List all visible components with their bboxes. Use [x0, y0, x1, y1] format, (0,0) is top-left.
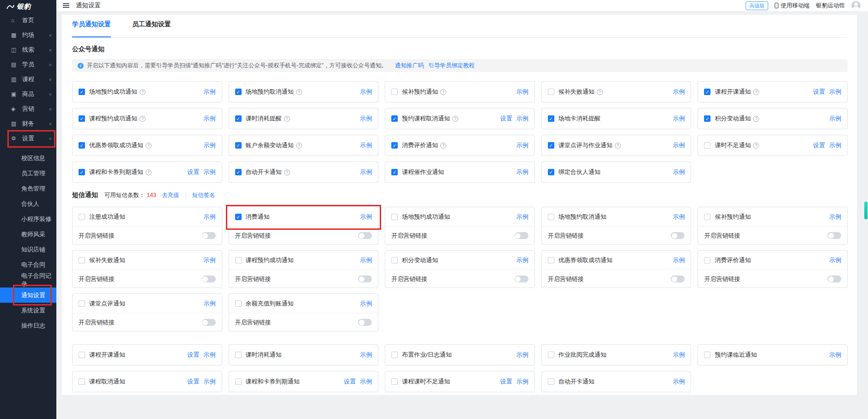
- marketing-link-toggle[interactable]: [827, 275, 841, 282]
- example-link[interactable]: 示例: [360, 88, 372, 96]
- help-icon[interactable]: ?: [284, 169, 290, 175]
- help-icon[interactable]: ?: [140, 116, 146, 122]
- checkbox[interactable]: ✓: [235, 169, 242, 175]
- checkbox[interactable]: [548, 214, 554, 220]
- help-icon[interactable]: ?: [615, 143, 621, 149]
- setting-link[interactable]: 设置: [500, 114, 512, 123]
- sidebar-item-marketing[interactable]: ◈营销∨: [0, 102, 56, 116]
- example-link[interactable]: 示例: [516, 213, 528, 221]
- example-link[interactable]: 示例: [360, 213, 372, 221]
- example-link[interactable]: 示例: [829, 88, 841, 96]
- checkbox[interactable]: ✓: [391, 169, 398, 175]
- example-link[interactable]: 示例: [360, 114, 372, 123]
- checkbox[interactable]: ✓: [548, 142, 554, 149]
- checkbox[interactable]: [391, 89, 398, 95]
- marketing-link-toggle[interactable]: [358, 319, 372, 326]
- example-link[interactable]: 示例: [673, 88, 685, 96]
- example-link[interactable]: 示例: [673, 377, 685, 386]
- marketing-link-toggle[interactable]: [671, 232, 685, 239]
- checkbox[interactable]: [79, 257, 85, 263]
- sidebar-subitem-knowledge-store[interactable]: 知识店铺: [0, 242, 56, 257]
- checkbox[interactable]: ✓: [235, 142, 242, 149]
- checkbox[interactable]: [235, 378, 242, 385]
- account-name[interactable]: 银豹运动馆: [816, 2, 845, 10]
- collapse-sidebar-icon[interactable]: [63, 5, 69, 6]
- checkbox[interactable]: [79, 300, 85, 307]
- help-icon[interactable]: ?: [753, 89, 759, 95]
- help-icon[interactable]: ?: [753, 143, 759, 149]
- example-link[interactable]: 示例: [204, 351, 216, 359]
- checkbox[interactable]: [391, 378, 398, 385]
- checkbox[interactable]: [391, 352, 398, 358]
- help-icon[interactable]: ?: [440, 143, 446, 149]
- setting-link[interactable]: 设置: [344, 377, 356, 386]
- sidebar-item-venue-booking[interactable]: ▦约场∨: [0, 28, 56, 42]
- example-link[interactable]: 示例: [673, 213, 685, 221]
- checkbox[interactable]: ✓: [704, 89, 710, 95]
- help-icon[interactable]: ?: [140, 89, 146, 95]
- help-icon[interactable]: ?: [146, 169, 152, 175]
- example-link[interactable]: 示例: [204, 88, 216, 96]
- marketing-link-toggle[interactable]: [358, 275, 372, 282]
- example-link[interactable]: 示例: [829, 114, 841, 123]
- help-icon[interactable]: ?: [296, 89, 302, 95]
- example-link[interactable]: 示例: [673, 141, 685, 150]
- avatar[interactable]: [851, 1, 861, 10]
- help-icon[interactable]: ?: [296, 143, 302, 149]
- sidebar-subitem-operation-logs[interactable]: 操作日志: [0, 318, 56, 333]
- example-link[interactable]: 示例: [360, 141, 372, 150]
- example-link[interactable]: 示例: [204, 114, 216, 123]
- version-badge[interactable]: 高级版: [746, 1, 768, 10]
- promo-code-link[interactable]: 通知推广码: [395, 62, 424, 70]
- marketing-link-toggle[interactable]: [202, 319, 216, 326]
- example-link[interactable]: 示例: [516, 256, 528, 264]
- checkbox[interactable]: ✓: [704, 115, 710, 122]
- sidebar-subitem-notification-settings[interactable]: 通知设置: [0, 287, 56, 303]
- example-link[interactable]: 示例: [360, 351, 372, 359]
- checkbox[interactable]: ✓: [235, 115, 242, 122]
- example-link[interactable]: 示例: [516, 351, 528, 359]
- checkbox[interactable]: [235, 257, 242, 263]
- setting-link[interactable]: 设置: [188, 377, 200, 386]
- example-link[interactable]: 示例: [360, 299, 372, 308]
- example-link[interactable]: 示例: [204, 141, 216, 150]
- sidebar-subitem-e-contract-records[interactable]: 电子合同记录: [0, 272, 56, 287]
- marketing-link-toggle[interactable]: [202, 275, 216, 282]
- checkbox[interactable]: [391, 214, 398, 220]
- example-link[interactable]: 示例: [516, 114, 528, 123]
- scrollbar-thumb[interactable]: [864, 202, 868, 219]
- example-link[interactable]: 示例: [204, 256, 216, 264]
- help-icon[interactable]: ?: [753, 116, 759, 122]
- sidebar-subitem-staff-management[interactable]: 员工管理: [0, 166, 56, 181]
- example-link[interactable]: 示例: [829, 141, 841, 150]
- checkbox[interactable]: [548, 378, 554, 385]
- example-link[interactable]: 示例: [829, 213, 841, 221]
- example-link[interactable]: 示例: [516, 377, 528, 386]
- example-link[interactable]: 示例: [673, 114, 685, 123]
- checkbox[interactable]: [704, 352, 710, 358]
- checkbox[interactable]: ✓: [79, 89, 85, 95]
- example-link[interactable]: 示例: [516, 168, 528, 176]
- example-link[interactable]: 示例: [204, 168, 216, 176]
- use-mobile-link[interactable]: 使用移动端: [775, 2, 810, 10]
- checkbox[interactable]: ✓: [235, 89, 242, 95]
- setting-link[interactable]: 设置: [813, 141, 825, 150]
- sidebar-subitem-miniprogram-design[interactable]: 小程序装修: [0, 211, 56, 227]
- tab-student-notifications[interactable]: 学员通知设置: [72, 20, 111, 37]
- checkbox[interactable]: [704, 142, 710, 149]
- sidebar-item-goods[interactable]: ▣商品∨: [0, 87, 56, 102]
- checkbox[interactable]: ✓: [79, 169, 85, 175]
- example-link[interactable]: 示例: [360, 168, 372, 176]
- setting-link[interactable]: 设置: [813, 88, 825, 96]
- help-icon[interactable]: ?: [440, 89, 446, 95]
- binding-tutorial-link[interactable]: 引导学员绑定教程: [428, 62, 474, 70]
- sidebar-item-home[interactable]: ⌂首页: [0, 13, 56, 28]
- marketing-link-toggle[interactable]: [515, 232, 528, 239]
- recharge-link[interactable]: 去充值: [162, 192, 179, 199]
- sidebar-item-leads[interactable]: ◫线索∨: [0, 42, 56, 57]
- checkbox[interactable]: [704, 257, 710, 263]
- example-link[interactable]: 示例: [204, 213, 216, 221]
- checkbox[interactable]: [235, 352, 242, 358]
- setting-link[interactable]: 设置: [188, 168, 200, 176]
- example-link[interactable]: 示例: [829, 256, 841, 264]
